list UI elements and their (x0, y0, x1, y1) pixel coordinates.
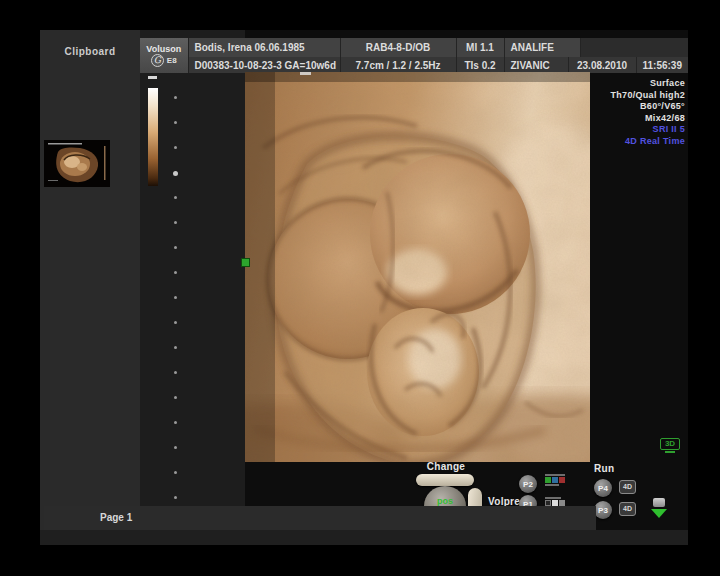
p3-4d-tag[interactable]: 4D (619, 502, 636, 516)
param-threshold-quality: Th70/Qual high2 (575, 90, 685, 102)
exam-date: 23.08.2010 (569, 57, 637, 73)
param-mix: Mix42/68 (575, 113, 685, 125)
model-label: E8 (167, 56, 177, 65)
exam-time: 11:56:39 (637, 57, 688, 73)
operator-label: ZIVANIC (505, 57, 569, 73)
header-filler (581, 38, 688, 57)
probe-label: RAB4-8-D/OB (341, 38, 457, 57)
facility-label: ANALIFE (505, 38, 581, 57)
tis-value: TIs 0.2 (457, 57, 505, 73)
depth-tick (174, 396, 177, 399)
fetus-3d-image (245, 72, 590, 462)
depth-freq: 7.7cm / 1.2 / 2.5Hz (341, 57, 457, 73)
depth-tick (174, 371, 177, 374)
clipboard-title: Clipboard (54, 46, 126, 57)
knob-pos-label: pos (437, 497, 453, 506)
depth-tick (174, 471, 177, 474)
depth-tick (174, 196, 177, 199)
brand-label: Voluson (146, 44, 181, 54)
change-button[interactable] (416, 474, 474, 486)
depth-tick (174, 296, 177, 299)
p2-button[interactable]: P2 (519, 475, 537, 493)
ultrasound-screen: Clipboard Voluson G E8 (0, 0, 720, 576)
ge-logo-icon: G (151, 54, 164, 67)
depth-tick (174, 121, 177, 124)
change-label: Change (415, 461, 477, 472)
color-printer-indicator-icon (545, 474, 565, 486)
depth-tick (174, 446, 177, 449)
depth-tick (174, 346, 177, 349)
export-save-icon[interactable] (650, 498, 668, 524)
p4-button[interactable]: P4 (594, 479, 612, 497)
image-top-marker (300, 72, 311, 75)
3d-orientation-icon: 3D (660, 438, 680, 454)
thumbnail-image (44, 140, 110, 187)
mi-value: MI 1.1 (457, 38, 505, 57)
brand-cell: Voluson G E8 (140, 38, 189, 73)
param-4d-mode: 4D Real Time (575, 136, 685, 148)
acquisition-parameters: Surface Th70/Qual high2 B60°/V65° Mix42/… (575, 78, 685, 147)
page-indicator: Page 1 (100, 512, 132, 523)
roi-marker-icon (241, 258, 250, 267)
param-sri: SRI II 5 (575, 124, 685, 136)
main-panel: Clipboard Voluson G E8 (40, 30, 688, 545)
exam-id: D00383-10-08-23-3 GA=10w6d (189, 57, 341, 73)
p3-button[interactable]: P3 (594, 501, 612, 519)
param-volume-angles: B60°/V65° (575, 101, 685, 113)
depth-tick (174, 221, 177, 224)
bw-printer-indicator-icon (545, 497, 565, 506)
clipboard-thumbnail[interactable] (44, 140, 110, 187)
clipboard-sidebar (40, 30, 140, 545)
depth-tick (174, 246, 177, 249)
param-render-mode: Surface (575, 78, 685, 90)
grayscale-bar (148, 88, 158, 186)
depth-tick (174, 421, 177, 424)
bottom-strip (40, 530, 688, 545)
status-header: Voluson G E8 Bodis, Irena 06.06.1985 RAB… (140, 38, 688, 73)
depth-tick (174, 271, 177, 274)
ultrasound-render[interactable] (245, 72, 590, 462)
depth-tick (174, 321, 177, 324)
graybar-marker (148, 76, 157, 79)
depth-tick (174, 496, 177, 499)
depth-tick (173, 171, 178, 176)
p4-4d-tag[interactable]: 4D (619, 480, 636, 494)
run-label: Run (594, 463, 614, 474)
depth-tick (174, 96, 177, 99)
patient-name: Bodis, Irena 06.06.1985 (189, 38, 341, 57)
depth-tick (174, 146, 177, 149)
